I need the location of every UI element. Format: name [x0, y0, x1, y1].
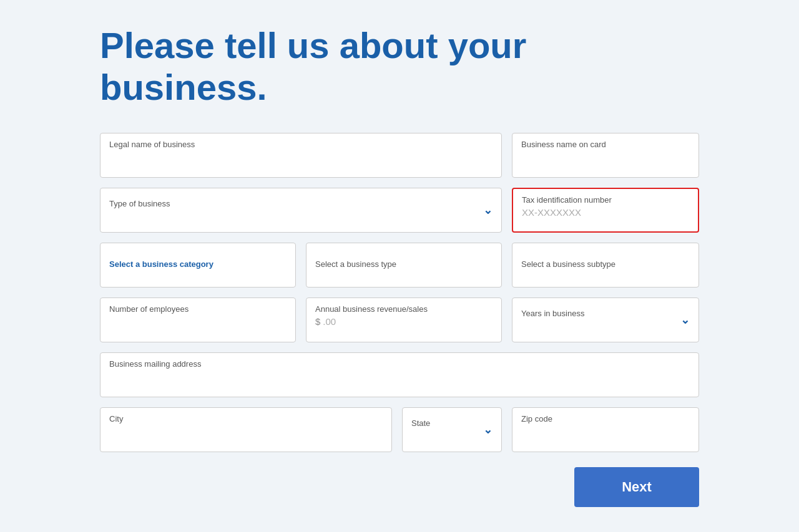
form-section: Legal name of business Business name on … [100, 133, 699, 452]
business-type-label: Select a business type [315, 259, 493, 269]
years-in-business-label: Years in business [521, 309, 675, 318]
tax-id-label: Tax identification number [522, 195, 689, 205]
type-of-business-input[interactable] [109, 211, 478, 221]
state-inner: State [411, 418, 478, 441]
business-name-card-input[interactable] [521, 152, 690, 162]
business-category-label: Select a business category [109, 259, 287, 269]
legal-name-label: Legal name of business [109, 140, 493, 149]
num-employees-label: Number of employees [109, 304, 287, 314]
page-title: Please tell us about your business. [100, 25, 699, 108]
state-label: State [411, 418, 478, 428]
city-field[interactable]: City [100, 407, 392, 452]
tax-id-input[interactable] [522, 207, 689, 218]
form-row-2: Type of business ⌄ Tax identification nu… [100, 188, 699, 233]
zip-label: Zip code [521, 414, 690, 423]
form-row-6: City State ⌄ Zip code [100, 407, 699, 452]
state-chevron-icon: ⌄ [483, 423, 493, 437]
business-subtype-field[interactable]: Select a business subtype [512, 243, 699, 288]
type-of-business-field[interactable]: Type of business ⌄ [100, 188, 502, 233]
page-container: Please tell us about your business. Lega… [0, 0, 799, 532]
next-button[interactable]: Next [574, 467, 699, 507]
currency-symbol: $ [315, 316, 320, 327]
business-subtype-label: Select a business subtype [521, 259, 690, 269]
form-row-1: Legal name of business Business name on … [100, 133, 699, 178]
years-in-business-chevron-icon: ⌄ [680, 313, 690, 327]
tax-id-field[interactable]: Tax identification number [512, 188, 699, 233]
zip-field[interactable]: Zip code [512, 407, 699, 452]
annual-revenue-label: Annual business revenue/sales [315, 304, 493, 314]
city-input[interactable] [109, 426, 383, 437]
button-row: Next [100, 467, 699, 507]
years-in-business-inner: Years in business [521, 309, 675, 331]
type-of-business-label: Type of business [109, 199, 478, 208]
city-label: City [109, 414, 383, 423]
annual-revenue-field[interactable]: Annual business revenue/sales $ [306, 297, 502, 342]
mailing-address-input[interactable] [109, 371, 690, 382]
state-field[interactable]: State ⌄ [402, 407, 502, 452]
state-input[interactable] [411, 430, 478, 441]
form-row-3: Select a business category Select a busi… [100, 243, 699, 288]
revenue-inner: $ [315, 316, 493, 327]
years-in-business-input[interactable] [521, 321, 675, 331]
type-of-business-inner: Type of business [109, 199, 478, 221]
mailing-address-label: Business mailing address [109, 359, 690, 369]
years-in-business-field[interactable]: Years in business ⌄ [512, 297, 699, 342]
annual-revenue-input[interactable] [323, 316, 493, 327]
type-of-business-chevron-icon: ⌄ [483, 203, 493, 217]
num-employees-field[interactable]: Number of employees [100, 297, 296, 342]
business-category-field[interactable]: Select a business category [100, 243, 296, 288]
zip-input[interactable] [521, 426, 690, 437]
legal-name-input[interactable] [109, 152, 493, 162]
business-type-field[interactable]: Select a business type [306, 243, 502, 288]
business-name-card-field[interactable]: Business name on card [512, 133, 699, 178]
num-employees-input[interactable] [109, 316, 287, 327]
form-row-5: Business mailing address [100, 352, 699, 397]
mailing-address-field[interactable]: Business mailing address [100, 352, 699, 397]
business-name-card-label: Business name on card [521, 140, 690, 149]
form-row-4: Number of employees Annual business reve… [100, 297, 699, 342]
legal-name-field[interactable]: Legal name of business [100, 133, 502, 178]
